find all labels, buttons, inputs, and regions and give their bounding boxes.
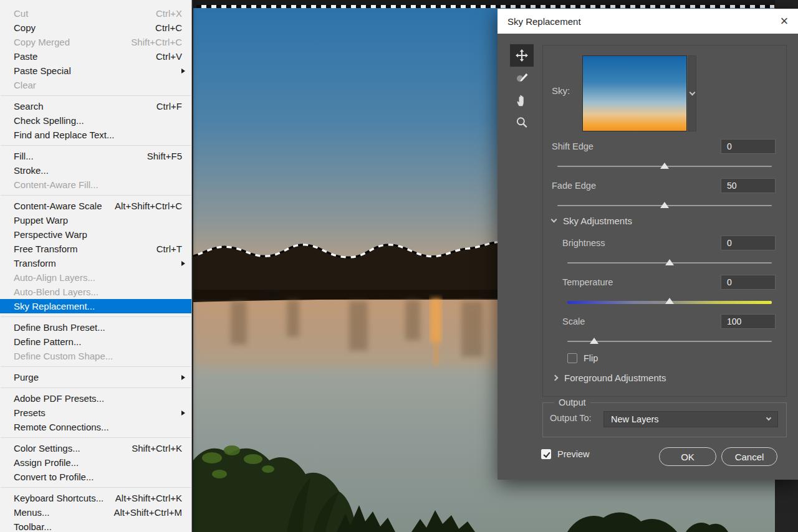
menu-item-adobe-pdf-presets[interactable]: Adobe PDF Presets...: [0, 391, 191, 406]
menu-item-label: Keyboard Shortcuts...: [14, 493, 115, 503]
sky-brush-tool[interactable]: [510, 67, 534, 89]
menu-item-content-aware-scale[interactable]: Content-Aware ScaleAlt+Shift+Ctrl+C: [0, 199, 191, 213]
chevron-down-icon: [766, 416, 771, 420]
output-to-label: Output To:: [550, 413, 592, 423]
flip-checkbox[interactable]: [567, 353, 577, 363]
scale-value-input[interactable]: 100: [721, 314, 776, 329]
temperature-slider-track[interactable]: [567, 301, 772, 304]
fade-edge-slider-thumb[interactable]: [660, 202, 669, 208]
section-sky-adjustments[interactable]: Sky Adjustments: [552, 216, 632, 226]
menu-item-remote-connections[interactable]: Remote Connections...: [0, 420, 191, 434]
scale-slider-track[interactable]: [567, 341, 772, 342]
close-icon[interactable]: ×: [771, 9, 798, 34]
menu-item-fill[interactable]: Fill...Shift+F5: [0, 149, 191, 163]
temperature-slider-thumb[interactable]: [665, 298, 674, 304]
dialog-titlebar: Sky Replacement ×: [498, 9, 798, 34]
edit-menu: CutCtrl+XCopyCtrl+CCopy MergedShift+Ctrl…: [0, 0, 192, 532]
menu-item-label: Puppet Warp: [14, 215, 185, 226]
menu-item-paste[interactable]: PasteCtrl+V: [0, 49, 191, 64]
preview-checkbox[interactable]: [541, 449, 551, 459]
fade-edge-row: Fade Edge50: [543, 178, 786, 193]
menu-item-sky-replacement[interactable]: Sky Replacement...: [0, 299, 191, 313]
menu-item-clear: Clear: [0, 78, 191, 92]
menu-item-stroke[interactable]: Stroke...: [0, 163, 191, 178]
fade-edge-slider-track[interactable]: [557, 205, 772, 206]
menu-item-label: Cut: [14, 8, 156, 19]
menu-item-search[interactable]: SearchCtrl+F: [0, 99, 191, 113]
menu-item-presets[interactable]: Presets: [0, 406, 191, 420]
menu-item-label: Define Custom Shape...: [14, 351, 185, 361]
menu-item-keyboard-shortcuts[interactable]: Keyboard Shortcuts...Alt+Shift+Ctrl+K: [0, 491, 191, 505]
ok-button[interactable]: OK: [659, 447, 716, 466]
menu-separator: [1, 95, 191, 96]
scale-slider-thumb[interactable]: [590, 338, 598, 344]
menu-item-define-pattern[interactable]: Define Pattern...: [0, 335, 191, 349]
menu-item-auto-blend-layers: Auto-Blend Layers...: [0, 285, 191, 299]
brightness-slider-track[interactable]: [567, 262, 772, 264]
menu-item-label: Sky Replacement...: [14, 301, 185, 311]
menu-item-assign-profile[interactable]: Assign Profile...: [0, 455, 191, 470]
chevron-right-icon: [552, 375, 559, 381]
menu-item-shortcut: Shift+Ctrl+K: [132, 443, 182, 454]
submenu-arrow-icon: [181, 261, 185, 266]
menu-item-label: Define Brush Preset...: [14, 322, 185, 333]
menu-item-transform[interactable]: Transform: [0, 256, 191, 270]
temperature-label: Temperature: [562, 275, 613, 290]
zoom-tool[interactable]: [510, 112, 534, 134]
menu-item-label: Remote Connections...: [14, 422, 185, 432]
move-tool[interactable]: [510, 44, 534, 67]
sky-preset-dropdown[interactable]: [688, 55, 696, 131]
output-to-select[interactable]: New Layers: [603, 411, 778, 427]
shift-edge-slider-thumb[interactable]: [660, 163, 669, 169]
menu-item-copy[interactable]: CopyCtrl+C: [0, 21, 191, 35]
shift-edge-slider-track[interactable]: [557, 166, 772, 167]
menu-item-shortcut: Alt+Shift+Ctrl+M: [113, 507, 182, 518]
section-foreground-adjustments[interactable]: Foreground Adjustments: [552, 373, 666, 383]
menu-item-label: Clear: [14, 80, 185, 90]
settings-panel: Sky: Sky Adjustments Flip Foreground Adj…: [542, 45, 787, 397]
menu-item-purge[interactable]: Purge: [0, 370, 191, 384]
menu-separator: [1, 195, 191, 196]
menu-item-label: Presets: [14, 407, 179, 418]
menu-item-label: Assign Profile...: [14, 457, 185, 468]
output-group: Output Output To: New Layers: [542, 402, 787, 437]
temperature-value-input[interactable]: 0: [721, 275, 776, 290]
hand-tool[interactable]: [510, 89, 534, 112]
menu-item-convert-to-profile[interactable]: Convert to Profile...: [0, 470, 191, 484]
sky-preset-thumbnail[interactable]: [582, 55, 687, 131]
menu-separator: [1, 387, 191, 388]
menu-item-free-transform[interactable]: Free TransformCtrl+T: [0, 242, 191, 256]
menu-item-shortcut: Ctrl+T: [156, 244, 182, 254]
menu-item-shortcut: Alt+Shift+Ctrl+C: [115, 201, 182, 211]
menu-item-color-settings[interactable]: Color Settings...Shift+Ctrl+K: [0, 441, 191, 455]
menu-item-menus[interactable]: Menus...Alt+Shift+Ctrl+M: [0, 505, 191, 520]
submenu-arrow-icon: [181, 411, 185, 416]
menu-item-paste-special[interactable]: Paste Special: [0, 64, 191, 78]
menu-item-label: Content-Aware Fill...: [14, 179, 185, 190]
menu-item-label: Stroke...: [14, 165, 185, 176]
menu-item-define-brush-preset[interactable]: Define Brush Preset...: [0, 320, 191, 335]
menu-item-label: Toolbar...: [14, 521, 185, 532]
cancel-button[interactable]: Cancel: [721, 447, 777, 466]
menu-item-auto-align-layers: Auto-Align Layers...: [0, 270, 191, 285]
section-label: Foreground Adjustments: [564, 373, 666, 383]
menu-item-check-spelling[interactable]: Check Spelling...: [0, 113, 191, 128]
shift-edge-value-input[interactable]: 0: [721, 139, 776, 154]
menu-item-label: Copy: [14, 22, 155, 33]
menu-item-label: Search: [14, 101, 156, 112]
brightness-value-input[interactable]: 0: [721, 235, 776, 250]
section-label: Sky Adjustments: [563, 216, 632, 226]
fade-edge-value-input[interactable]: 50: [721, 178, 776, 193]
brightness-slider-thumb[interactable]: [665, 259, 674, 265]
menu-item-label: Define Pattern...: [14, 336, 185, 347]
submenu-arrow-icon: [181, 375, 185, 380]
menu-item-find-and-replace-text[interactable]: Find and Replace Text...: [0, 128, 191, 142]
menu-separator: [1, 437, 191, 438]
menu-item-perspective-warp[interactable]: Perspective Warp: [0, 227, 191, 242]
menu-item-puppet-warp[interactable]: Puppet Warp: [0, 213, 191, 227]
scale-label: Scale: [562, 314, 585, 329]
menu-separator: [1, 316, 191, 317]
menu-item-toolbar[interactable]: Toolbar...: [0, 520, 191, 532]
menu-separator: [1, 366, 191, 367]
menu-item-label: Transform: [14, 258, 179, 268]
